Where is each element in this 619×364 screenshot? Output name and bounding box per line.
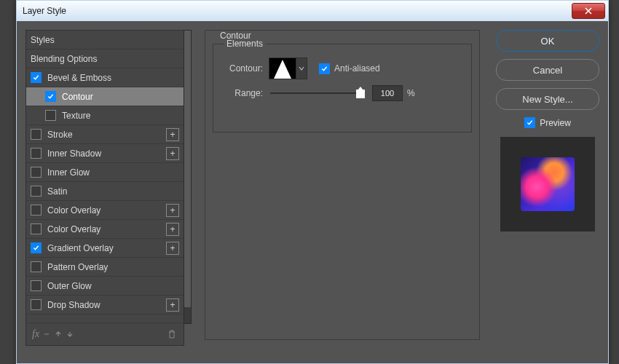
styles-panel: Styles Blending OptionsBevel & EmbossCon…: [25, 30, 192, 346]
add-effect-icon[interactable]: +: [166, 147, 179, 160]
close-button[interactable]: [572, 3, 605, 19]
styles-footer: fx: [25, 323, 184, 346]
preview-swatch: [521, 157, 575, 211]
style-item-inner-glow[interactable]: Inner Glow: [26, 163, 184, 182]
anti-aliased-checkbox[interactable]: [319, 63, 330, 74]
style-checkbox[interactable]: [31, 242, 42, 253]
add-effect-icon[interactable]: +: [166, 298, 179, 312]
style-label: Texture: [62, 111, 179, 121]
contour-preset-dropdown[interactable]: [296, 58, 307, 79]
style-label: Blending Options: [31, 54, 179, 64]
preview-option[interactable]: Preview: [496, 117, 599, 128]
cancel-button[interactable]: Cancel: [496, 59, 599, 81]
style-label: Stroke: [47, 130, 166, 140]
fx-menu-icon[interactable]: fx: [32, 328, 39, 340]
styles-list: Styles Blending OptionsBevel & EmbossCon…: [25, 30, 184, 324]
dialog-body: Styles Blending OptionsBevel & EmbossCon…: [17, 21, 608, 363]
elements-legend: Elements: [224, 39, 266, 49]
style-checkbox[interactable]: [31, 148, 42, 159]
anti-aliased-label: Anti-aliased: [334, 63, 380, 74]
range-unit: %: [407, 88, 415, 98]
contour-settings-panel: Contour Elements Contour: Anti-aliased: [205, 30, 480, 340]
style-label: Color Overlay: [47, 224, 166, 234]
style-label: Inner Shadow: [47, 149, 166, 159]
arrow-down-icon[interactable]: [64, 328, 76, 340]
style-checkbox[interactable]: [45, 91, 56, 102]
add-effect-icon[interactable]: +: [166, 204, 179, 217]
style-checkbox[interactable]: [45, 110, 56, 121]
style-item-outer-glow[interactable]: Outer Glow: [26, 277, 184, 296]
anti-aliased-option[interactable]: Anti-aliased: [319, 63, 380, 74]
style-item-gradient-overlay[interactable]: Gradient Overlay+: [26, 239, 184, 258]
style-checkbox[interactable]: [31, 223, 42, 234]
style-checkbox[interactable]: [31, 280, 42, 291]
style-item-drop-shadow[interactable]: Drop Shadow+: [26, 296, 184, 314]
style-label: Contour: [62, 92, 179, 102]
elements-group: Elements Contour: Anti-aliased Ran: [213, 44, 472, 132]
arrow-up-icon[interactable]: [52, 328, 64, 340]
add-effect-icon[interactable]: +: [166, 223, 179, 236]
preview-box: [500, 137, 595, 232]
style-checkbox[interactable]: [31, 261, 42, 272]
titlebar[interactable]: Layer Style: [17, 1, 608, 22]
range-slider-handle[interactable]: [356, 90, 365, 98]
styles-scrollbar[interactable]: [184, 30, 192, 324]
dialog-buttons: OK Cancel New Style... Preview: [496, 30, 599, 232]
range-input[interactable]: [372, 85, 403, 101]
style-label: Satin: [47, 186, 179, 197]
style-item-bevel-emboss[interactable]: Bevel & Emboss: [26, 68, 184, 87]
style-checkbox[interactable]: [31, 129, 42, 140]
preview-label: Preview: [540, 118, 571, 128]
style-item-color-overlay[interactable]: Color Overlay+: [26, 220, 184, 239]
style-label: Gradient Overlay: [47, 243, 166, 253]
style-label: Inner Glow: [47, 167, 179, 178]
style-item-pattern-overlay[interactable]: Pattern Overlay: [26, 258, 184, 277]
window-title: Layer Style: [23, 6, 572, 16]
style-item-color-overlay[interactable]: Color Overlay+: [26, 201, 184, 220]
add-effect-icon[interactable]: +: [166, 242, 179, 255]
style-label: Pattern Overlay: [47, 262, 179, 272]
ok-button[interactable]: OK: [496, 30, 599, 52]
style-checkbox[interactable]: [31, 299, 42, 310]
chevron-down-icon: [299, 66, 304, 71]
range-slider[interactable]: [270, 88, 365, 98]
style-checkbox[interactable]: [31, 72, 42, 83]
layer-style-dialog: Layer Style Styles Blending OptionsBevel…: [16, 0, 609, 364]
style-label: Outer Glow: [47, 281, 179, 291]
new-style-button[interactable]: New Style...: [496, 88, 599, 110]
trash-icon[interactable]: [166, 328, 178, 340]
style-item-stroke[interactable]: Stroke+: [26, 125, 184, 144]
styles-header[interactable]: Styles: [26, 31, 184, 50]
style-label: Bevel & Emboss: [47, 73, 179, 83]
preview-checkbox[interactable]: [524, 117, 535, 128]
style-item-satin[interactable]: Satin: [26, 182, 184, 201]
close-icon: [585, 7, 592, 15]
chevron-down-icon[interactable]: [41, 328, 52, 340]
style-label: Color Overlay: [47, 205, 166, 215]
contour-label: Contour:: [222, 63, 263, 74]
style-label: Drop Shadow: [47, 300, 166, 310]
style-item-contour[interactable]: Contour: [26, 87, 184, 106]
style-checkbox[interactable]: [31, 205, 42, 215]
style-item-texture[interactable]: Texture: [26, 106, 184, 125]
style-checkbox[interactable]: [31, 186, 42, 197]
scroll-thumb[interactable]: [184, 31, 191, 307]
range-label: Range:: [222, 88, 263, 98]
style-checkbox[interactable]: [31, 167, 42, 178]
style-item-blending-options[interactable]: Blending Options: [26, 50, 184, 68]
add-effect-icon[interactable]: +: [166, 128, 179, 141]
style-item-inner-shadow[interactable]: Inner Shadow+: [26, 144, 184, 163]
contour-preset-thumbnail[interactable]: [269, 58, 296, 79]
